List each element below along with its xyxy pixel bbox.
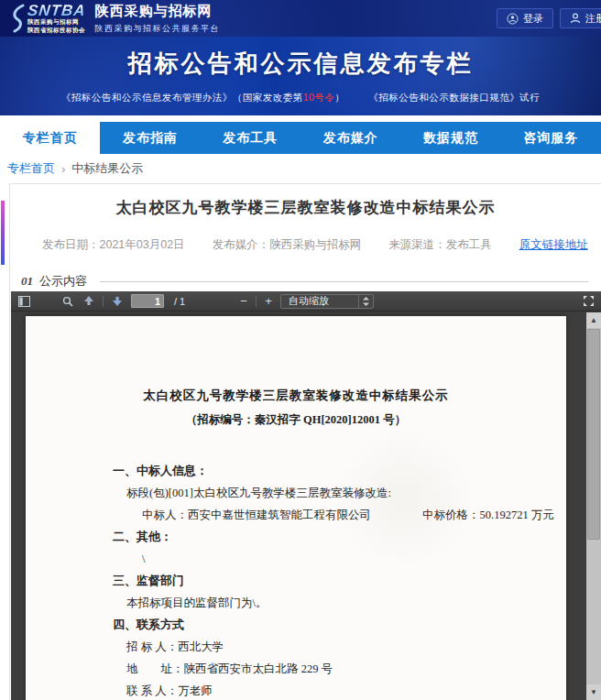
page-total: / 1 [174, 296, 185, 307]
meta-source-channel: 来源渠道：发布工具 [388, 237, 492, 253]
site-title: 陕西采购与招标网 陕西采购与招标公共服务平台 [95, 3, 221, 35]
search-icon[interactable] [60, 294, 75, 309]
notice1-red: 10号令 [303, 92, 335, 103]
zoom-mode-select[interactable]: 自动缩放 [280, 294, 374, 309]
banner: 招标公告和公示信息发布专栏 《招标公告和公示信息发布管理办法》（国家发改委第10… [0, 37, 601, 115]
doc-body: 一、中标人信息： 标段(包)[001]太白校区九号教学楼三层教室装修改造: 中标… [26, 460, 566, 700]
select-arrows-icon [358, 295, 373, 308]
doc-price: 中标价格：50.192721 万元 [422, 504, 554, 526]
banner-link-measures[interactable]: 《招标公告和公示信息发布管理办法》（国家发改委第10号令） [61, 92, 345, 103]
login-label: 登录 [523, 12, 543, 26]
page-number-input[interactable] [131, 294, 164, 308]
top-header: SNTBA 陕西采购与招标网 陕西省招标投标协会 陕西采购与招标网 陕西采购与招… [0, 0, 601, 37]
pdf-body: 太白校区九号教学楼三层教室装修改造中标结果公示 （招标编号：秦汉招字 QH[20… [11, 312, 601, 700]
side-gradient-bar [1, 201, 5, 265]
section-number: 01 [21, 274, 33, 289]
doc-line: 三、监督部门 [26, 570, 566, 592]
site-subtitle: 陕西采购与招标公共服务平台 [95, 23, 221, 35]
next-page-icon[interactable] [110, 294, 125, 309]
toolbar-separator [256, 296, 257, 307]
doc-winner: 中标人：西安中嘉世恒建筑智能工程有限公司 [142, 504, 371, 526]
breadcrumb-separator: › [61, 162, 65, 176]
doc-line: 标段(包)[001]太白校区九号教学楼三层教室装修改造: [26, 482, 566, 504]
meta-publish-date: 发布日期：2021年03月02日 [42, 237, 185, 253]
doc-subtitle: （招标编号：秦汉招字 QH[2020]12001 号） [26, 412, 566, 428]
register-label: 注册 [585, 12, 601, 26]
register-button[interactable]: 注册 [560, 8, 601, 28]
doc-line: 地 址：陕西省西安市太白北路 229 号 [26, 658, 566, 680]
scroll-down-icon[interactable]: ▼ [586, 684, 601, 700]
nav-tab-guide[interactable]: 发布指南 [100, 122, 200, 154]
doc-line: 联 系 人：万老师 [26, 680, 566, 700]
content-box: 太白校区九号教学楼三层教室装修改造中标结果公示 发布日期：2021年03月02日… [9, 183, 601, 700]
doc-line: 二、其他： [26, 526, 566, 548]
toolbar-separator [103, 296, 104, 307]
site-name: 陕西采购与招标网 [95, 3, 221, 20]
pdf-scrollbar[interactable]: ▲ ▼ [586, 312, 601, 700]
notice1-post: ） [334, 92, 344, 103]
article-title: 太白校区九号教学楼三层教室装修改造中标结果公示 [10, 197, 601, 218]
fullscreen-icon[interactable] [581, 294, 596, 309]
breadcrumb: 专栏首页 › 中标结果公示 [0, 154, 601, 183]
nav-tab-data-spec[interactable]: 数据规范 [400, 122, 500, 154]
section-divider-line [100, 281, 588, 282]
section-head: 01 公示内容 [10, 273, 601, 290]
nav-tab-home[interactable]: 专栏首页 [0, 122, 100, 154]
pdf-toolbar-right [581, 294, 596, 309]
origin-link[interactable]: 原文链接地址 [519, 237, 588, 253]
scroll-up-icon[interactable]: ▲ [586, 312, 601, 328]
page: SNTBA 陕西采购与招标网 陕西省招标投标协会 陕西采购与招标网 陕西采购与招… [0, 0, 601, 700]
banner-links: 《招标公告和公示信息发布管理办法》（国家发改委第10号令）《招标公告和公示数据接… [0, 92, 601, 104]
logo-line2: 陕西省招标投标协会 [27, 27, 86, 34]
login-person-icon [507, 13, 519, 25]
nav-tab-consult[interactable]: 咨询服务 [501, 122, 601, 154]
zoom-mode-label: 自动缩放 [289, 294, 329, 308]
zoom-out-button[interactable]: − [238, 294, 249, 308]
logo-text: SNTBA 陕西采购与招标网 陕西省招标投标协会 [27, 3, 86, 34]
section-title: 公示内容 [39, 273, 87, 290]
meta-publish-media: 发布媒介：陕西采购与招标网 [213, 237, 362, 253]
logo-swoosh-icon [11, 4, 26, 33]
register-person-icon [570, 13, 581, 24]
doc-line: 本招标项目的监督部门为\。 [26, 592, 566, 614]
banner-title: 招标公告和公示信息发布专栏 [0, 48, 601, 80]
article-meta: 发布日期：2021年03月02日 发布媒介：陕西采购与招标网 来源渠道：发布工具… [10, 237, 601, 253]
banner-link-spec[interactable]: 《招标公告和公示数据接口规范》试行 [368, 92, 540, 103]
doc-line: 四、联系方式 [26, 614, 566, 636]
site-logo[interactable]: SNTBA 陕西采购与招标网 陕西省招标投标协会 [11, 3, 86, 34]
nav-tab-tools[interactable]: 发布工具 [201, 122, 300, 154]
doc-line: 中标人：西安中嘉世恒建筑智能工程有限公司 中标价格：50.192721 万元 [26, 504, 566, 526]
doc-line: 招 标 人：西北大学 [26, 636, 566, 658]
zoom-in-button[interactable]: + [263, 294, 274, 308]
logo-acronym: SNTBA [27, 3, 86, 18]
breadcrumb-home-link[interactable]: 专栏首页 [7, 160, 55, 177]
sidebar-toggle-icon[interactable] [16, 294, 31, 309]
pdf-toolbar: / 1 − + 自动缩放 [11, 291, 601, 312]
logo-line1: 陕西采购与招标网 [27, 18, 86, 26]
doc-title: 太白校区九号教学楼三层教室装修改造中标结果公示 [26, 388, 566, 404]
doc-line: 一、中标人信息： [26, 460, 566, 482]
breadcrumb-current: 中标结果公示 [71, 160, 143, 177]
nav-tab-media[interactable]: 发布媒介 [300, 122, 400, 154]
pdf-toolbar-left: / 1 [16, 294, 185, 309]
notice1-pre: 《招标公告和公示信息发布管理办法》（国家发改委第 [61, 92, 303, 103]
scrollbar-thumb[interactable] [587, 329, 600, 540]
pdf-viewer: / 1 − + 自动缩放 [11, 291, 601, 700]
main-nav: 专栏首页 发布指南 发布工具 发布媒介 数据规范 咨询服务 [0, 122, 601, 154]
doc-line: \ [26, 548, 566, 570]
previous-page-icon[interactable] [82, 294, 96, 309]
login-button[interactable]: 登录 [497, 8, 553, 28]
pdf-page: 太白校区九号教学楼三层教室装修改造中标结果公示 （招标编号：秦汉招字 QH[20… [26, 316, 566, 700]
